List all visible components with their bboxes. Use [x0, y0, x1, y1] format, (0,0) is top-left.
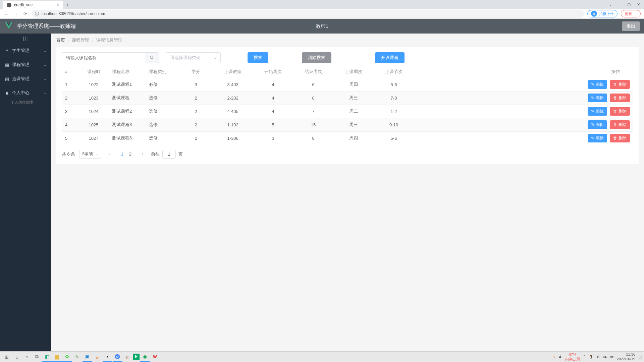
- page-number[interactable]: 1: [118, 150, 126, 159]
- course-name-input[interactable]: [62, 52, 145, 63]
- breadcrumb-home[interactable]: 首页: [56, 37, 65, 43]
- chevron-down-icon: ⌄: [44, 49, 46, 53]
- trash-icon: 🗑: [613, 109, 617, 114]
- cell-actions: ✎编辑🗑删除: [414, 78, 633, 91]
- app-header: 学分管理系统——教师端 教师1 退出: [0, 19, 644, 34]
- trash-icon: 🗑: [613, 122, 617, 127]
- create-course-button[interactable]: 开设课程: [375, 52, 405, 63]
- cell-weekday: 周四: [333, 78, 374, 91]
- page-number[interactable]: 2: [126, 150, 134, 159]
- browser-tab[interactable]: credit_vue ×: [3, 1, 63, 9]
- cell-period: 7-8: [374, 91, 414, 105]
- table-row: 31024测试课程2选修24-40547周二1-2✎编辑🗑删除: [62, 105, 633, 118]
- main-content: 首页 › 课程管理 › 课程信息管理 请选择课程类别 ⌄ 搜索: [51, 34, 644, 351]
- cell-start: 4: [253, 91, 293, 105]
- course-type-select[interactable]: 请选择课程类别 ⌄: [166, 52, 221, 63]
- maximize-icon[interactable]: ▢: [625, 1, 633, 7]
- edit-button[interactable]: ✎编辑: [588, 107, 607, 116]
- new-tab-button[interactable]: +: [63, 1, 72, 9]
- cell-credit: 2: [179, 118, 213, 131]
- delete-button[interactable]: 🗑删除: [610, 94, 630, 102]
- cloud-icon: ∞: [591, 11, 597, 17]
- edit-button[interactable]: ✎编辑: [588, 120, 607, 129]
- update-button[interactable]: 更新 ⋮: [621, 10, 641, 17]
- sidebar-item-label: 选课管理: [12, 76, 30, 82]
- collapse-toggle[interactable]: |||: [0, 34, 51, 44]
- sidebar-item-students[interactable]: ♙ 学生管理 ⌄: [0, 44, 51, 58]
- sidebar-item-selection[interactable]: ▤ 选课管理 ⌄: [0, 72, 51, 86]
- cell-start: 4: [253, 105, 293, 118]
- th-period: 上课节次: [374, 66, 414, 78]
- select-placeholder: 请选择课程类别: [170, 55, 201, 61]
- reload-icon[interactable]: ⟳: [22, 11, 28, 17]
- sidebar-item-courses[interactable]: ▦ 课程管理 ⌄: [0, 58, 51, 72]
- tab-title: credit_vue: [14, 3, 33, 7]
- cell-end: 8: [293, 91, 333, 105]
- cell-actions: ✎编辑🗑删除: [414, 118, 633, 131]
- sidebar-subitem-peek[interactable]: 个人信息管理: [0, 100, 51, 106]
- breadcrumb-sep-icon: ›: [68, 38, 69, 43]
- content-card: 请选择课程类别 ⌄ 搜索 清除搜索 开设课程 # 课程ID 课程名称 课程类别: [56, 47, 639, 164]
- cell-start: 4: [253, 78, 293, 91]
- cell-start: 3: [253, 131, 293, 145]
- chevron-down-icon: ⌄: [44, 91, 46, 95]
- app-title: 学分管理系统——教师端: [17, 23, 76, 30]
- svg-line-1: [153, 58, 154, 59]
- cell-course-name: 测试课程3: [109, 118, 146, 131]
- cell-room: 3-403: [213, 78, 253, 91]
- edit-button[interactable]: ✎编辑: [588, 80, 607, 89]
- delete-button[interactable]: 🗑删除: [610, 80, 630, 89]
- url-input[interactable]: ⓘ localhost:8080/#/teacher/curriculum: [32, 10, 584, 18]
- favicon-icon: [7, 3, 11, 7]
- breadcrumb-level1[interactable]: 课程管理: [72, 37, 89, 43]
- goto-input[interactable]: [162, 150, 176, 159]
- chevron-down-icon: ⌄: [44, 63, 46, 67]
- sidebar-item-profile[interactable]: ♟ 个人中心 ⌄: [0, 86, 51, 100]
- minimize-icon[interactable]: —: [615, 1, 624, 7]
- cell-end: 7: [293, 105, 333, 118]
- info-icon: ⓘ: [35, 11, 39, 17]
- app-body: ||| ♙ 学生管理 ⌄ ▦ 课程管理 ⌄ ▤ 选课管理 ⌄ ♟ 个人中心 ⌄ …: [0, 34, 644, 351]
- extension-upload[interactable]: ∞ 拍摄上传: [587, 10, 618, 17]
- table-row: 11022测试课程1必修33-40346周四5-6✎编辑🗑删除: [62, 78, 633, 91]
- edit-icon: ✎: [591, 122, 594, 127]
- cell-credit: 2: [179, 105, 213, 118]
- prev-page-button[interactable]: ‹: [105, 150, 114, 159]
- delete-button[interactable]: 🗑删除: [610, 120, 630, 129]
- next-page-button[interactable]: ›: [138, 150, 147, 159]
- delete-button[interactable]: 🗑删除: [610, 107, 630, 116]
- table-header-row: # 课程ID 课程名称 课程类别 学分 上课教室 开始周次 结束周次 上课周次 …: [62, 66, 633, 78]
- cell-course-name: 测试课程: [109, 91, 146, 105]
- close-tab-icon[interactable]: ×: [56, 2, 59, 8]
- search-button[interactable]: 搜索: [248, 52, 268, 63]
- cell-course-name: 测试课程1: [109, 78, 146, 91]
- th-weekday: 上课周次: [333, 66, 374, 78]
- cell-index: 4: [62, 118, 78, 131]
- cell-course-type: 选修: [146, 91, 179, 105]
- sidebar-item-label: 课程管理: [12, 62, 30, 68]
- back-icon[interactable]: ←: [3, 11, 9, 17]
- clear-search-button[interactable]: 清除搜索: [302, 52, 331, 63]
- cell-room: 1-102: [213, 118, 253, 131]
- filter-bar: 请选择课程类别 ⌄ 搜索 清除搜索 开设课程: [62, 52, 633, 63]
- cell-credit: 3: [179, 78, 213, 91]
- cell-course-id: 1025: [78, 118, 109, 131]
- cell-course-type: 选修: [146, 118, 179, 131]
- close-window-icon[interactable]: ✕: [634, 1, 643, 7]
- vue-logo-icon: [4, 21, 13, 31]
- edit-button[interactable]: ✎编辑: [588, 134, 607, 142]
- page-size-select[interactable]: 5条/页 ⌄: [79, 150, 101, 159]
- tab-bar: credit_vue × +: [0, 0, 644, 9]
- cell-course-id: 1022: [78, 78, 109, 91]
- trash-icon: 🗑: [613, 82, 617, 87]
- search-icon-button[interactable]: [145, 52, 159, 63]
- dropdown-icon[interactable]: ⌄: [606, 1, 614, 7]
- update-label: 更新: [625, 11, 632, 16]
- th-start-week: 开始周次: [253, 66, 293, 78]
- forward-icon[interactable]: →: [13, 11, 19, 17]
- logout-button[interactable]: 退出: [622, 21, 640, 31]
- cell-weekday: 周三: [333, 118, 374, 131]
- edit-button[interactable]: ✎编辑: [588, 94, 607, 102]
- delete-button[interactable]: 🗑删除: [610, 134, 630, 142]
- cell-actions: ✎编辑🗑删除: [414, 91, 633, 105]
